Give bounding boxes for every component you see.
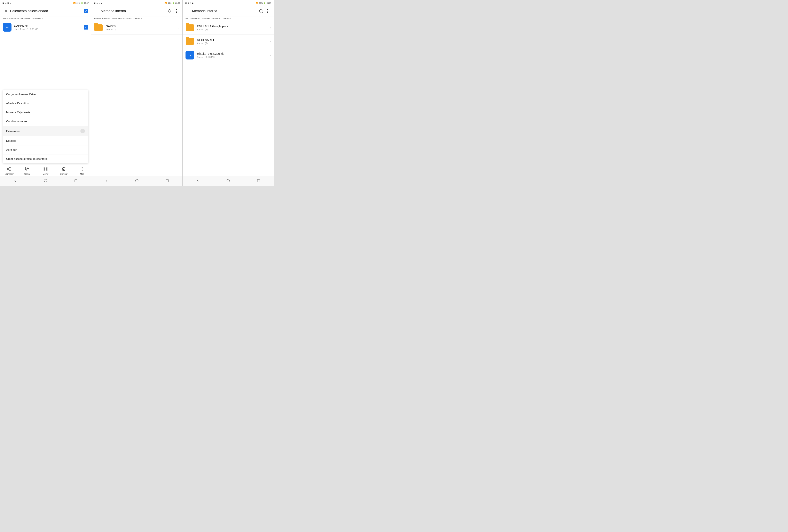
sim-icon-3: ▣ [185, 2, 187, 4]
breadcrumb-chevron-3-4: › [220, 17, 221, 20]
battery-text-3: 63% [259, 2, 263, 4]
back-button-2[interactable] [103, 178, 110, 184]
svg-point-2 [9, 167, 11, 168]
panel-1: ▣ ◈ N ▶ 📶 63% 🔋 23:37 ✕ 1 elemento selec… [0, 0, 91, 186]
folder-icon-necesario [185, 37, 194, 46]
file-item-gapps[interactable]: ZIP GAPPS.zip Hace 1 min · 117,38 MB ✓ [0, 21, 91, 34]
breadcrumb-chevron-3: › [42, 17, 42, 20]
breadcrumb-item-3[interactable]: Browser [33, 17, 41, 20]
file-icon-zip: ZIP [3, 23, 12, 32]
status-right-3: 📶 63% 🔋 23:37 [256, 2, 271, 4]
menu-item-cambiar-nombre[interactable]: Cambiar nombre [3, 117, 88, 126]
folder-info-necesario: NECESARIO Ahora · (3) [197, 38, 267, 44]
battery-icon-3: 🔋 [263, 2, 266, 4]
breadcrumb-1: Memoria interna › Download › Browser › [0, 16, 91, 21]
status-bar-3: ▣ ◈ N ▶ 📶 63% 🔋 23:37 [183, 0, 274, 6]
svg-point-25 [227, 179, 230, 182]
home-button-3[interactable] [224, 178, 232, 184]
bottom-toolbar-1: Compartir Copiar Mover [0, 165, 91, 176]
sim-icon: ▣ [2, 2, 4, 4]
breadcrumb-item-3-3[interactable]: Browser [202, 17, 210, 20]
file-checkbox[interactable]: ✓ [84, 25, 88, 29]
breadcrumb-item-3-1[interactable]: na [185, 17, 188, 20]
file-info: GAPPS.zip Hace 1 min · 117,38 MB [14, 24, 81, 30]
menu-item-favoritos[interactable]: Añadir a Favoritos [3, 99, 88, 108]
folder-info-gapps: GAPPS Ahora · (3) [106, 25, 176, 31]
battery-text: 63% [76, 2, 80, 4]
svg-rect-8 [44, 167, 45, 169]
breadcrumb-item-2[interactable]: Download [21, 17, 31, 20]
breadcrumb-item-2-2[interactable]: Download [111, 17, 121, 20]
copy-label: Copiar [24, 173, 30, 175]
search-button-3[interactable] [258, 8, 264, 14]
close-button[interactable]: ✕ [3, 8, 9, 14]
select-all-checkbox[interactable]: ✓ [84, 9, 88, 13]
toolbar-btn-more[interactable]: Más [77, 167, 87, 175]
breadcrumb-item-2-1[interactable]: emoria interna [94, 17, 109, 20]
folder-meta-hisuite: Ahora · 39,36 MB [197, 56, 267, 58]
menu-item-extraen-en[interactable]: Extraen en [3, 126, 88, 136]
back-button-3[interactable] [194, 178, 201, 184]
sim-icon-2: ▣ [94, 2, 96, 4]
folder-row-hisuite[interactable]: ZIP HiSuite_9.0.3.300.zip Ahora · 39,36 … [183, 48, 274, 62]
folder-icon-emui [185, 23, 194, 32]
toolbar-btn-copy[interactable]: Copiar [22, 167, 33, 175]
folder-row-emui[interactable]: EMUI 9.1.1 Google pack Ahora · (6) › [183, 21, 274, 35]
svg-point-17 [168, 9, 171, 12]
menu-item-abrir-con[interactable]: Abrir con [3, 145, 88, 155]
recents-button-1[interactable] [72, 178, 80, 184]
chevron-right-necesario: › [270, 40, 271, 43]
search-button-2[interactable] [166, 8, 173, 14]
folder-meta-gapps: Ahora · (3) [106, 28, 176, 31]
battery-icon: 🔋 [81, 2, 83, 4]
signal-icon-2: 📶 [164, 2, 167, 4]
toolbar-btn-share[interactable]: Compartir [4, 167, 14, 175]
breadcrumb-item-2-3[interactable]: Browser [122, 17, 131, 20]
breadcrumb-2: emoria interna › Download › Browser › GA… [91, 16, 182, 21]
back-button-1[interactable] [12, 178, 19, 184]
more-button-2[interactable]: ⋮ [173, 8, 180, 14]
status-bar-1: ▣ ◈ N ▶ 📶 63% 🔋 23:37 [0, 0, 91, 6]
recents-button-2[interactable] [163, 178, 171, 184]
menu-item-huawei-drive[interactable]: Cargar en Huawei Drive [3, 90, 88, 99]
svg-rect-7 [27, 168, 29, 171]
wifi-icon-3: ◈ [188, 2, 189, 4]
back-button-top-2[interactable]: ← [94, 8, 101, 14]
recents-button-3[interactable] [255, 178, 262, 184]
menu-item-acceso-directo[interactable]: Crear acceso directo de escritorio [3, 155, 88, 163]
breadcrumb-chevron-3-1: › [189, 17, 189, 20]
status-right-1: 📶 63% 🔋 23:37 [73, 2, 88, 4]
folder-row-necesario[interactable]: NECESARIO Ahora · (3) › [183, 35, 274, 48]
folder-name-gapps: GAPPS [106, 25, 176, 28]
home-button-2[interactable] [133, 178, 141, 184]
svg-text:ZIP: ZIP [189, 55, 191, 56]
delete-icon [62, 167, 66, 172]
status-left-2: ▣ ◈ N ▶ [94, 2, 102, 4]
home-button-1[interactable] [42, 178, 49, 184]
breadcrumb-item-3-2[interactable]: Download [190, 17, 200, 20]
more-button-3[interactable]: ⋮ [264, 8, 271, 14]
nfc-icon: N [7, 2, 9, 4]
breadcrumb-chevron-2-2: › [121, 17, 122, 20]
back-button-top-3[interactable]: ← [185, 8, 192, 14]
breadcrumb-item-3-4[interactable]: GAPPS [212, 17, 220, 20]
context-menu: Cargar en Huawei Drive Añadir a Favorito… [3, 90, 88, 163]
breadcrumb-item-2-4[interactable]: GAPPS [133, 17, 141, 20]
chevron-right-gapps: › [179, 26, 180, 29]
toolbar-btn-move[interactable]: Mover [40, 167, 51, 175]
breadcrumb-item-1[interactable]: Memoria interna [3, 17, 19, 20]
breadcrumb-item-3-5[interactable]: GAPPS [222, 17, 230, 20]
folder-meta-necesario: Ahora · (3) [197, 42, 267, 44]
nfc-icon-3: N [190, 2, 192, 4]
breadcrumb-chevron-1: › [20, 17, 20, 20]
chevron-right-hisuite: › [270, 53, 271, 57]
folder-row-gapps[interactable]: GAPPS Ahora · (3) › [91, 21, 182, 35]
toolbar-btn-delete[interactable]: Eliminar [59, 167, 69, 175]
status-left-1: ▣ ◈ N ▶ [2, 2, 11, 4]
top-bar-3: ← Memoria interna ⋮ [183, 6, 274, 16]
menu-item-caja-fuerte[interactable]: Mover a Caja fuerte [3, 108, 88, 117]
breadcrumb-chevron-2: › [32, 17, 33, 20]
more-label: Más [80, 173, 84, 175]
menu-item-detalles[interactable]: Detalles [3, 136, 88, 145]
svg-point-21 [260, 9, 262, 12]
